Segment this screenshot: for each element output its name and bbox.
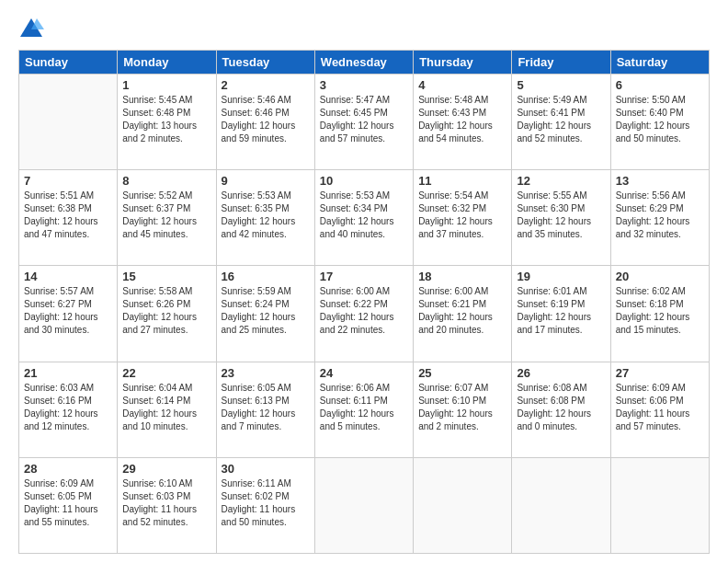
day-number: 17 xyxy=(320,270,408,283)
day-info: Sunrise: 6:07 AM Sunset: 6:10 PM Dayligh… xyxy=(418,382,506,433)
day-number: 5 xyxy=(517,78,605,92)
calendar-cell: 9Sunrise: 5:53 AM Sunset: 6:35 PM Daylig… xyxy=(216,170,314,266)
day-number: 9 xyxy=(222,174,310,188)
day-number: 1 xyxy=(122,78,210,92)
day-info: Sunrise: 5:56 AM Sunset: 6:29 PM Dayligh… xyxy=(616,190,704,241)
calendar-cell: 12Sunrise: 5:55 AM Sunset: 6:30 PM Dayli… xyxy=(512,170,610,266)
day-number: 23 xyxy=(222,366,310,380)
day-info: Sunrise: 5:50 AM Sunset: 6:40 PM Dayligh… xyxy=(616,94,704,145)
day-number: 2 xyxy=(222,78,310,92)
day-info: Sunrise: 6:00 AM Sunset: 6:21 PM Dayligh… xyxy=(418,285,506,337)
day-number: 28 xyxy=(24,462,112,476)
calendar-week-row: 1Sunrise: 5:45 AM Sunset: 6:48 PM Daylig… xyxy=(19,75,710,170)
day-number: 6 xyxy=(616,78,704,92)
calendar-cell: 21Sunrise: 6:03 AM Sunset: 6:16 PM Dayli… xyxy=(19,362,118,457)
calendar-cell xyxy=(414,457,512,553)
day-info: Sunrise: 5:46 AM Sunset: 6:46 PM Dayligh… xyxy=(222,94,310,145)
day-info: Sunrise: 6:11 AM Sunset: 6:02 PM Dayligh… xyxy=(222,477,310,529)
day-number: 3 xyxy=(320,78,408,92)
day-info: Sunrise: 6:05 AM Sunset: 6:13 PM Dayligh… xyxy=(222,382,310,433)
day-number: 20 xyxy=(616,270,704,283)
calendar-cell: 24Sunrise: 6:06 AM Sunset: 6:11 PM Dayli… xyxy=(314,362,413,457)
calendar-cell: 26Sunrise: 6:08 AM Sunset: 6:08 PM Dayli… xyxy=(512,362,610,457)
day-number: 21 xyxy=(24,366,112,380)
day-info: Sunrise: 5:52 AM Sunset: 6:37 PM Dayligh… xyxy=(122,190,210,241)
day-number: 19 xyxy=(517,270,605,283)
calendar-cell: 13Sunrise: 5:56 AM Sunset: 6:29 PM Dayli… xyxy=(610,170,709,266)
calendar-header-row: SundayMondayTuesdayWednesdayThursdayFrid… xyxy=(19,51,710,75)
day-number: 12 xyxy=(517,174,605,188)
calendar-cell xyxy=(512,457,610,553)
day-info: Sunrise: 5:54 AM Sunset: 6:32 PM Dayligh… xyxy=(418,190,506,241)
day-number: 30 xyxy=(222,462,310,476)
calendar-week-row: 7Sunrise: 5:51 AM Sunset: 6:38 PM Daylig… xyxy=(19,170,710,266)
day-info: Sunrise: 6:08 AM Sunset: 6:08 PM Dayligh… xyxy=(517,382,605,433)
day-info: Sunrise: 6:10 AM Sunset: 6:03 PM Dayligh… xyxy=(122,477,210,529)
day-number: 18 xyxy=(418,270,506,283)
weekday-header: Tuesday xyxy=(216,51,314,75)
day-number: 13 xyxy=(616,174,704,188)
day-number: 22 xyxy=(122,366,210,380)
calendar-cell: 14Sunrise: 5:57 AM Sunset: 6:27 PM Dayli… xyxy=(19,266,118,362)
day-number: 10 xyxy=(320,174,408,188)
calendar-cell: 25Sunrise: 6:07 AM Sunset: 6:10 PM Dayli… xyxy=(414,362,512,457)
day-info: Sunrise: 6:06 AM Sunset: 6:11 PM Dayligh… xyxy=(320,382,408,433)
calendar-cell: 6Sunrise: 5:50 AM Sunset: 6:40 PM Daylig… xyxy=(610,75,709,170)
day-number: 16 xyxy=(222,270,310,283)
day-number: 25 xyxy=(418,366,506,380)
calendar-week-row: 14Sunrise: 5:57 AM Sunset: 6:27 PM Dayli… xyxy=(19,266,710,362)
day-info: Sunrise: 6:04 AM Sunset: 6:14 PM Dayligh… xyxy=(122,382,210,433)
calendar-cell: 30Sunrise: 6:11 AM Sunset: 6:02 PM Dayli… xyxy=(216,457,314,553)
day-info: Sunrise: 5:51 AM Sunset: 6:38 PM Dayligh… xyxy=(24,190,112,241)
calendar-cell: 16Sunrise: 5:59 AM Sunset: 6:24 PM Dayli… xyxy=(216,266,314,362)
day-number: 15 xyxy=(122,270,210,283)
weekday-header: Saturday xyxy=(610,51,709,75)
calendar-cell: 4Sunrise: 5:48 AM Sunset: 6:43 PM Daylig… xyxy=(414,75,512,170)
day-number: 4 xyxy=(418,78,506,92)
calendar-cell: 22Sunrise: 6:04 AM Sunset: 6:14 PM Dayli… xyxy=(118,362,216,457)
calendar-cell: 20Sunrise: 6:02 AM Sunset: 6:18 PM Dayli… xyxy=(610,266,709,362)
day-info: Sunrise: 6:02 AM Sunset: 6:18 PM Dayligh… xyxy=(616,285,704,337)
calendar-cell xyxy=(19,75,118,170)
calendar-table: SundayMondayTuesdayWednesdayThursdayFrid… xyxy=(18,50,710,554)
calendar-cell: 27Sunrise: 6:09 AM Sunset: 6:06 PM Dayli… xyxy=(610,362,709,457)
calendar-cell xyxy=(610,457,709,553)
calendar-cell: 8Sunrise: 5:52 AM Sunset: 6:37 PM Daylig… xyxy=(118,170,216,266)
day-info: Sunrise: 6:09 AM Sunset: 6:06 PM Dayligh… xyxy=(616,382,704,433)
weekday-header: Monday xyxy=(118,51,216,75)
day-info: Sunrise: 5:47 AM Sunset: 6:45 PM Dayligh… xyxy=(320,94,408,145)
day-info: Sunrise: 5:59 AM Sunset: 6:24 PM Dayligh… xyxy=(222,285,310,337)
day-info: Sunrise: 5:57 AM Sunset: 6:27 PM Dayligh… xyxy=(24,285,112,337)
calendar-cell: 7Sunrise: 5:51 AM Sunset: 6:38 PM Daylig… xyxy=(19,170,118,266)
calendar-cell: 17Sunrise: 6:00 AM Sunset: 6:22 PM Dayli… xyxy=(314,266,413,362)
day-info: Sunrise: 6:09 AM Sunset: 6:05 PM Dayligh… xyxy=(24,477,112,529)
day-info: Sunrise: 6:01 AM Sunset: 6:19 PM Dayligh… xyxy=(517,285,605,337)
day-info: Sunrise: 6:00 AM Sunset: 6:22 PM Dayligh… xyxy=(320,285,408,337)
weekday-header: Thursday xyxy=(414,51,512,75)
calendar-cell: 3Sunrise: 5:47 AM Sunset: 6:45 PM Daylig… xyxy=(314,75,413,170)
calendar-cell: 18Sunrise: 6:00 AM Sunset: 6:21 PM Dayli… xyxy=(414,266,512,362)
page-header xyxy=(18,17,710,42)
day-info: Sunrise: 5:53 AM Sunset: 6:35 PM Dayligh… xyxy=(222,190,310,241)
calendar-cell xyxy=(314,457,413,553)
calendar-cell: 29Sunrise: 6:10 AM Sunset: 6:03 PM Dayli… xyxy=(118,457,216,553)
calendar-cell: 11Sunrise: 5:54 AM Sunset: 6:32 PM Dayli… xyxy=(414,170,512,266)
calendar-cell: 2Sunrise: 5:46 AM Sunset: 6:46 PM Daylig… xyxy=(216,75,314,170)
calendar-week-row: 28Sunrise: 6:09 AM Sunset: 6:05 PM Dayli… xyxy=(19,457,710,553)
day-info: Sunrise: 5:45 AM Sunset: 6:48 PM Dayligh… xyxy=(122,94,210,145)
weekday-header: Sunday xyxy=(19,51,118,75)
day-number: 11 xyxy=(418,174,506,188)
day-info: Sunrise: 5:49 AM Sunset: 6:41 PM Dayligh… xyxy=(517,94,605,145)
calendar-cell: 10Sunrise: 5:53 AM Sunset: 6:34 PM Dayli… xyxy=(314,170,413,266)
day-number: 14 xyxy=(24,270,112,283)
day-number: 27 xyxy=(616,366,704,380)
calendar-cell: 5Sunrise: 5:49 AM Sunset: 6:41 PM Daylig… xyxy=(512,75,610,170)
logo xyxy=(18,17,48,42)
day-info: Sunrise: 5:55 AM Sunset: 6:30 PM Dayligh… xyxy=(517,190,605,241)
weekday-header: Friday xyxy=(512,51,610,75)
weekday-header: Wednesday xyxy=(314,51,413,75)
day-number: 8 xyxy=(122,174,210,188)
day-info: Sunrise: 5:58 AM Sunset: 6:26 PM Dayligh… xyxy=(122,285,210,337)
day-info: Sunrise: 6:03 AM Sunset: 6:16 PM Dayligh… xyxy=(24,382,112,433)
day-info: Sunrise: 5:53 AM Sunset: 6:34 PM Dayligh… xyxy=(320,190,408,241)
